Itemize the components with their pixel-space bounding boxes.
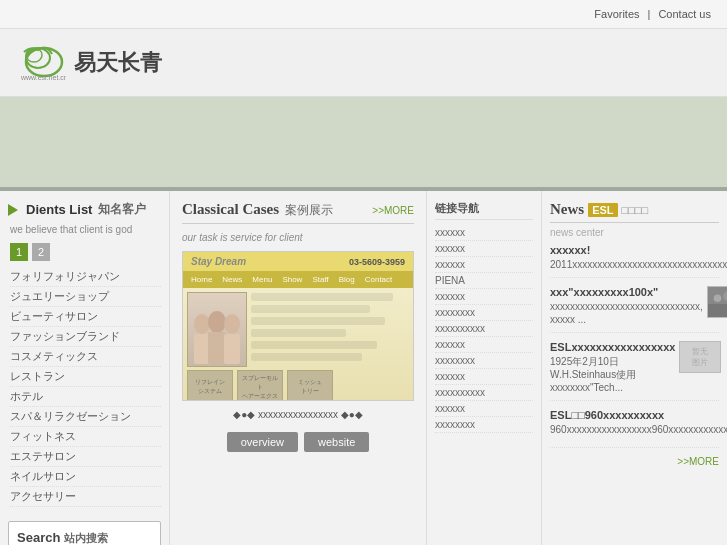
- news-item-desc-4: 960xxxxxxxxxxxxxxxxx960xxxxxxxxxxxxxxxxx…: [550, 423, 727, 436]
- news-title-cn: □□□□: [622, 204, 649, 216]
- news-panel: News ESL □□□□ news center xxxxxx! 2011xx…: [542, 191, 727, 545]
- panel-title-en: Classical Cases: [182, 201, 279, 218]
- top-bar: Favorites | Contact us: [0, 0, 727, 29]
- fake-nav: Home News Menu Show Staff Blog Contact: [183, 271, 413, 288]
- news-text-1: xxxxxx! 2011xxxxxxxxxxxxxxxxxxxxxxxxxxxx…: [550, 244, 727, 271]
- svg-point-11: [713, 294, 721, 302]
- logo-area: www.esl.net.cn 易天长青: [16, 40, 162, 85]
- list-item[interactable]: PIENA: [435, 273, 533, 289]
- news-item-desc-2: xxxxxxxxxxxxxxxxxxxxxxxxxxxxxx, xxxxx ..…: [550, 300, 703, 326]
- list-item[interactable]: xxxxxx: [435, 289, 533, 305]
- list-item[interactable]: フォリフォリジャパン: [10, 267, 161, 287]
- fake-header-area: Stay Dream 03-5609-3959: [183, 252, 413, 271]
- panel-title-cn: 案例展示: [285, 202, 333, 219]
- list-item[interactable]: xxxxxx: [435, 225, 533, 241]
- sidebar: Dients List 知名客户 we believe that client …: [0, 191, 170, 545]
- sidebar-title-en: Dients List: [26, 202, 92, 217]
- crowd-image: [708, 286, 727, 318]
- header: www.esl.net.cn 易天长青: [0, 29, 727, 97]
- news-text-2: xxx"xxxxxxxxx100x" xxxxxxxxxxxxxxxxxxxxx…: [550, 286, 703, 326]
- list-item[interactable]: xxxxxxxx: [435, 353, 533, 369]
- banner-area: [0, 97, 727, 187]
- news-item-3: ESLxxxxxxxxxxxxxxxxx 1925年2月10日W.H.Stein…: [550, 341, 719, 401]
- panel-header: Classical Cases 案例展示 >>MORE: [182, 201, 414, 224]
- contact-link[interactable]: Contact us: [658, 8, 711, 20]
- news-thumb-3: 暂无图片: [679, 341, 721, 373]
- news-subtitle: news center: [550, 227, 719, 238]
- search-box: Search 站内搜索 SEARCH: [8, 521, 161, 545]
- news-more-link[interactable]: >>MORE: [550, 456, 719, 467]
- list-item[interactable]: コスメティックス: [10, 347, 161, 367]
- list-item[interactable]: フィットネス: [10, 427, 161, 447]
- fake-nav-news: News: [218, 274, 246, 285]
- news-title-en: News: [550, 201, 584, 218]
- list-item[interactable]: xxxxxx: [435, 401, 533, 417]
- news-item-title-2[interactable]: xxx"xxxxxxxxx100x": [550, 286, 703, 298]
- favorites-link[interactable]: Favorites: [594, 8, 639, 20]
- list-item[interactable]: ジュエリーショップ: [10, 287, 161, 307]
- news-item-title-1[interactable]: xxxxxx!: [550, 244, 727, 256]
- website-button[interactable]: website: [304, 432, 369, 452]
- fake-nav-contact: Contact: [361, 274, 397, 285]
- news-item-title-3[interactable]: ESLxxxxxxxxxxxxxxxxx: [550, 341, 675, 353]
- classical-cases-panel: Classical Cases 案例展示 >>MORE our task is …: [170, 191, 427, 545]
- search-title-en: Search: [17, 530, 60, 545]
- sidebar-subtitle: we believe that client is god: [8, 224, 161, 235]
- sidebar-header: Dients List 知名客户: [8, 201, 161, 218]
- news-item-desc-1: 2011xxxxxxxxxxxxxxxxxxxxxxxxxxxxxxxxx...: [550, 258, 727, 271]
- list-item[interactable]: ファッションブランド: [10, 327, 161, 347]
- search-title-cn: 站内搜索: [64, 532, 108, 544]
- overview-button[interactable]: overview: [227, 432, 298, 452]
- list-item[interactable]: レストラン: [10, 367, 161, 387]
- news-thumb-2: [707, 286, 727, 318]
- panel-subtitle: our task is service for client: [182, 232, 414, 243]
- logo-cn-text: 易天长青: [74, 50, 162, 75]
- clients-list: フォリフォリジャパン ジュエリーショップ ビューティサロン ファッションブランド…: [8, 267, 161, 507]
- list-item[interactable]: xxxxxxxx: [435, 417, 533, 433]
- news-list: xxxxxx! 2011xxxxxxxxxxxxxxxxxxxxxxxxxxxx…: [550, 244, 719, 448]
- cases-more-link[interactable]: >>MORE: [372, 205, 414, 216]
- separator: |: [648, 8, 651, 20]
- logo-text-area: 易天长青: [74, 48, 162, 78]
- news-text-3: ESLxxxxxxxxxxxxxxxxx 1925年2月10日W.H.Stein…: [550, 341, 675, 394]
- list-item[interactable]: スパ＆リラクゼーション: [10, 407, 161, 427]
- fake-thumb-3: ミッシュトリー: [287, 370, 333, 401]
- news-item-1: xxxxxx! 2011xxxxxxxxxxxxxxxxxxxxxxxxxxxx…: [550, 244, 719, 278]
- news-item-4: ESL□□960xxxxxxxxxx 960xxxxxxxxxxxxxxxxx9…: [550, 409, 719, 448]
- list-item[interactable]: アクセサリー: [10, 487, 161, 507]
- fake-content: [183, 288, 413, 368]
- svg-rect-8: [208, 332, 226, 364]
- girls-visual: [188, 293, 246, 366]
- search-title: Search 站内搜索: [17, 530, 152, 545]
- fake-nav-blog: Blog: [335, 274, 359, 285]
- fake-nav-home: Home: [187, 274, 216, 285]
- list-item[interactable]: xxxxxxxxxx: [435, 321, 533, 337]
- list-item[interactable]: エステサロン: [10, 447, 161, 467]
- fake-logo: Stay Dream: [191, 256, 246, 267]
- page-btn-2[interactable]: 2: [32, 243, 50, 261]
- list-item[interactable]: ホテル: [10, 387, 161, 407]
- svg-point-6: [224, 314, 240, 334]
- fake-browser: Stay Dream 03-5609-3959 Home News Menu S…: [183, 252, 413, 400]
- main-content: Dients List 知名客户 we believe that client …: [0, 191, 727, 545]
- list-item[interactable]: xxxxxx: [435, 257, 533, 273]
- svg-rect-7: [194, 334, 210, 364]
- news-header: News ESL □□□□: [550, 201, 719, 223]
- page-btn-1[interactable]: 1: [10, 243, 28, 261]
- list-item[interactable]: xxxxxxxxxx: [435, 385, 533, 401]
- fake-girls-image: [187, 292, 247, 367]
- svg-point-5: [208, 311, 226, 333]
- news-item-desc-3: 1925年2月10日W.H.Steinhaus使用xxxxxxxx"Tech..…: [550, 355, 675, 394]
- list-item[interactable]: xxxxxx: [435, 337, 533, 353]
- list-item[interactable]: xxxxxxxx: [435, 305, 533, 321]
- fake-nav-show: Show: [278, 274, 306, 285]
- list-item[interactable]: ネイルサロン: [10, 467, 161, 487]
- sidebar-arrow-icon: [8, 204, 18, 216]
- list-item[interactable]: xxxxxx: [435, 369, 533, 385]
- girls-svg: [188, 294, 246, 366]
- list-item[interactable]: xxxxxx: [435, 241, 533, 257]
- sidebar-pagination: 1 2: [8, 243, 161, 261]
- news-item-title-4[interactable]: ESL□□960xxxxxxxxxx: [550, 409, 727, 421]
- logo-icon: www.esl.net.cn: [16, 40, 66, 85]
- list-item[interactable]: ビューティサロン: [10, 307, 161, 327]
